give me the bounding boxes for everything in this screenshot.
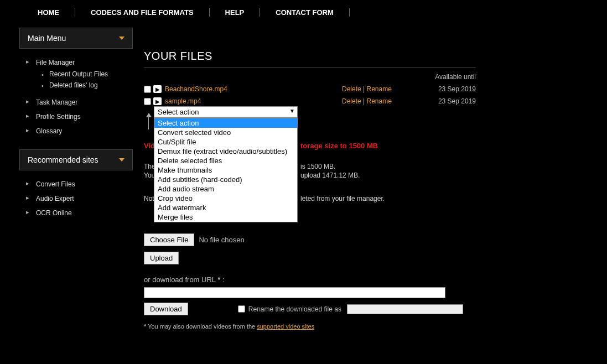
action-option[interactable]: Add subtitles (hard-coded) [154,175,297,184]
action-option[interactable]: Cut/Split file [154,137,297,147]
rename-checkbox[interactable] [238,305,245,313]
chevron-down-icon [119,37,124,40]
file-actions: Delete | Rename [342,97,408,105]
sidebar-sub-deleted[interactable]: Deleted files' log [41,80,133,91]
sidebar-item-task-manager[interactable]: Task Manager [26,95,133,110]
file-date: 23 Sep 2019 [408,97,476,105]
notice-line1b: is 1500 MB. [300,163,335,170]
sidebar-item-glossary[interactable]: Glossary [26,124,133,138]
page-title: YOUR FILES [144,50,476,67]
notice-line3a: Not [144,195,154,202]
action-option[interactable]: Crop video [154,194,297,203]
file-actions: Delete | Rename [342,85,408,93]
sidebar-item-ocr[interactable]: OCR Online [26,206,133,220]
action-option[interactable]: Merge files [154,212,297,222]
notice-line2b: upload 1471.12 MB. [300,171,360,179]
download-row: Download Rename the downloaded file as [144,303,476,315]
sidebar-item-profile[interactable]: Profile Settings [26,110,133,124]
file-checkbox[interactable] [144,98,151,105]
sidebar-item-file-manager[interactable]: File Manager Recent Output Files Deleted… [26,55,133,95]
rename-checkbox-label: Rename the downloaded file as [238,305,341,313]
nav-contact[interactable]: CONTACT FORM [260,8,349,17]
file-name[interactable]: BeachandShore.mp4 [165,85,342,93]
download-button[interactable]: Download [144,303,188,315]
rename-link[interactable]: Rename [366,97,391,105]
play-icon[interactable]: ▶ [153,85,162,93]
recommended-title: Recommended sites [28,155,98,164]
sidebar: Main Menu File Manager Recent Output Fil… [0,28,133,330]
notice-title-right: torage size to 1500 MB [300,142,378,150]
sidebar-item-label: File Manager [36,59,75,66]
action-option[interactable]: Delete selected files [154,156,297,165]
footnote-text: You may also download videos from the [148,323,257,330]
notice-line3b: leted from your file manager. [300,195,385,202]
delete-link[interactable]: Delete [342,97,361,105]
no-file-label: No file chosen [199,236,244,244]
sidebar-item-audio[interactable]: Audio Expert [26,191,133,206]
rename-link[interactable]: Rename [366,85,391,93]
file-date: 23 Sep 2019 [408,85,476,93]
play-icon[interactable]: ▶ [153,97,162,105]
nav-help[interactable]: HELP [210,8,261,17]
file-row: ▶ BeachandShore.mp4 Delete | Rename 23 S… [144,85,476,93]
action-option[interactable]: Convert selected video [154,128,297,137]
action-dropdown: Select action Convert selected video Cut… [154,118,298,222]
action-option[interactable]: Demux file (extract video/audio/subtitle… [154,147,297,156]
file-row: ▶ sample.mp4 Delete | Rename 23 Sep 2019 [144,97,476,105]
main-menu-list: File Manager Recent Output Files Deleted… [26,55,133,138]
file-name[interactable]: sample.mp4 [165,97,342,105]
notice-title-left: Vid [144,142,155,150]
choose-file-row: Choose File No file chosen [144,233,476,246]
action-option[interactable]: Add watermark [154,203,297,212]
action-select[interactable]: Select action [154,106,298,118]
main-menu-header[interactable]: Main Menu [19,28,133,49]
or-download-label: or download from URL * : [144,275,476,284]
action-option[interactable]: Select action [154,118,297,128]
rename-label-text: Rename the downloaded file as [248,305,341,313]
footnote: * You may also download videos from the … [144,323,476,330]
nav-home[interactable]: HOME [22,8,75,17]
chevron-down-icon [119,158,124,162]
recommended-header[interactable]: Recommended sites [19,149,133,170]
rename-input[interactable] [347,304,463,314]
choose-file-button[interactable]: Choose File [144,233,194,246]
main-menu-title: Main Menu [28,34,66,43]
sidebar-item-convert[interactable]: Convert Files [26,177,133,191]
url-input[interactable] [144,287,445,298]
nav-codecs[interactable]: CODECS AND FILE FORMATS [75,8,210,17]
sidebar-sub-recent[interactable]: Recent Output Files [41,69,133,80]
action-option[interactable]: Add audio stream [154,184,297,194]
top-nav: HOME CODECS AND FILE FORMATS HELP CONTAC… [0,0,607,28]
upload-button[interactable]: Upload [144,252,179,264]
recommended-list: Convert Files Audio Expert OCR Online [26,177,133,220]
supported-sites-link[interactable]: supported video sites [257,323,314,330]
available-label: Available until [144,73,476,81]
file-checkbox[interactable] [144,86,151,93]
action-option[interactable]: Make thumbnails [154,165,297,175]
delete-link[interactable]: Delete [342,85,361,93]
content: YOUR FILES Available until ▶ BeachandSho… [133,28,487,330]
